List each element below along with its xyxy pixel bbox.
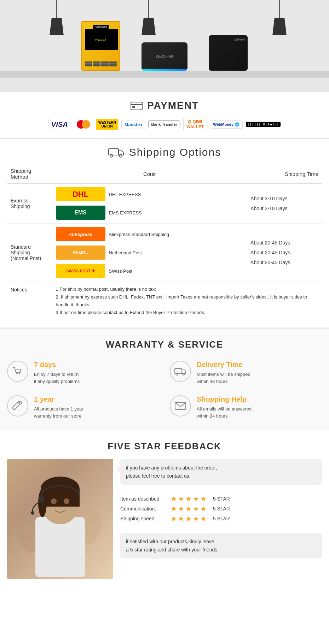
ems-logo: EMS xyxy=(56,206,105,220)
rating-described-badge: 5 STAR xyxy=(213,496,230,502)
ratings-container: Item as described: ★ ★ ★ ★ ★ 5 STAR Comm… xyxy=(120,490,322,527)
customer-photo xyxy=(7,459,113,579)
notices-row: Notices 1,For ship by normal post, usual… xyxy=(7,282,322,320)
warranty-shoppinghelp-title: Shopping Help xyxy=(197,395,252,403)
payment-westernunion: WESTERNUNION xyxy=(96,119,119,130)
rating-communication-stars: ★ ★ ★ ★ ★ xyxy=(171,504,207,513)
product-image-passsat: PASSSAT xyxy=(81,21,120,71)
payment-header: PAYMENT xyxy=(7,99,322,112)
customer-silhouette xyxy=(11,461,110,577)
star-2: ★ xyxy=(178,514,184,523)
lamp-wire xyxy=(56,0,57,18)
bubble-top-text: if you have any problems about the order… xyxy=(126,465,217,478)
svg-rect-15 xyxy=(35,517,85,577)
warranty-1year-text: All products have 1 yearwarranty from ou… xyxy=(34,406,83,419)
warranty-grid: 7 days Enjoy 7 days to returnif any qual… xyxy=(7,361,322,419)
shipping-icon xyxy=(108,146,125,159)
product-passsat: PASSSAT xyxy=(81,21,120,71)
payment-mastercard xyxy=(74,119,93,130)
express-label: Express Shipping xyxy=(7,184,52,224)
star-5: ★ xyxy=(200,495,207,503)
svg-point-9 xyxy=(176,373,178,375)
warranty-delivery-content: Delivery Time Most items will be shipped… xyxy=(197,361,250,385)
svg-rect-2 xyxy=(132,106,135,108)
dhl-row: DHL DHL EXPRESS xyxy=(56,187,244,201)
payment-boleto: |||||| Boleto| xyxy=(246,122,281,127)
product-wechi: WeChi V8 xyxy=(142,42,187,71)
payment-maestro: Maestro xyxy=(121,120,145,129)
ali-logo: AliExpress xyxy=(56,227,105,241)
rating-shipping-label: Shipping speed: xyxy=(120,516,166,521)
warranty-1year: 1 year All products have 1 yearwarranty … xyxy=(7,395,159,419)
dhl-time: About 3-10 Days xyxy=(250,196,318,201)
star-3: ★ xyxy=(185,495,192,503)
rating-communication-badge: 5 STAR xyxy=(213,506,230,512)
rating-shipping: Shipping speed: ★ ★ ★ ★ ★ 5 STAR xyxy=(120,514,322,523)
star-5: ★ xyxy=(200,514,207,523)
warranty-7days-text: Enjoy 7 days to returnif any quality pro… xyxy=(34,371,80,385)
ems-time: About 3-10 Days xyxy=(250,206,318,211)
dhl-logo: DHL xyxy=(56,187,105,201)
star-1: ★ xyxy=(171,514,177,523)
product-x96mini: X96 mini xyxy=(209,35,248,71)
hero-section: PASSSAT WeChi V8 X96 xyxy=(0,0,329,92)
feedback-right: if you have any problems about the order… xyxy=(120,459,322,579)
star-3: ★ xyxy=(185,514,192,523)
star-4: ★ xyxy=(193,514,199,523)
rating-shipping-badge: 5 STAR xyxy=(213,516,230,521)
lamp-wire xyxy=(279,0,280,18)
shipping-table: Shipping Method Couir Shipping Time Expr… xyxy=(7,164,322,320)
warranty-shoppinghelp: Shopping Help All emails will be answere… xyxy=(170,395,322,419)
warranty-section: WARRANTY & SERVICE 7 days Enjoy 7 days t… xyxy=(0,329,329,430)
warranty-7days-title: 7 days xyxy=(34,361,80,369)
star-1: ★ xyxy=(171,504,177,513)
shipping-title: Shipping Options xyxy=(129,146,221,158)
warranty-delivery: Delivery Time Most items will be shipped… xyxy=(170,361,322,385)
star-2: ★ xyxy=(178,495,184,503)
rating-shipping-stars: ★ ★ ★ ★ ★ xyxy=(171,514,207,523)
svg-point-7 xyxy=(19,373,20,374)
svg-point-21 xyxy=(31,511,34,515)
shipping-section: Shipping Options Shipping Method Couir S… xyxy=(0,139,329,328)
warranty-1year-content: 1 year All products have 1 yearwarranty … xyxy=(34,395,83,419)
standard-label: Standard Shipping(Normal Post) xyxy=(7,224,52,282)
svg-point-19 xyxy=(38,489,47,517)
hero-products: PASSSAT WeChi V8 X96 xyxy=(0,21,329,71)
standard-couriers: AliExpress Aliexpress Standard Shipping … xyxy=(52,224,247,282)
ems-label: EMS EXPRESS xyxy=(109,210,142,215)
star-4: ★ xyxy=(193,504,199,513)
bubble-bottom-text: if satisfied with our products,kindly le… xyxy=(126,539,219,552)
lamp-wire xyxy=(148,0,149,18)
svg-rect-3 xyxy=(109,149,119,155)
express-times: About 3-10 Days About 3-10 Days xyxy=(247,184,322,224)
cart-icon xyxy=(7,361,28,382)
rating-described: Item as described: ★ ★ ★ ★ ★ 5 STAR xyxy=(120,495,322,503)
shipping-header: Shipping Options xyxy=(7,146,322,159)
ems-row: EMS EMS EXPRESS xyxy=(56,206,244,220)
warranty-7days-content: 7 days Enjoy 7 days to returnif any qual… xyxy=(34,361,80,385)
star-5: ★ xyxy=(200,504,207,513)
warranty-shoppinghelp-content: Shopping Help All emails will be answere… xyxy=(197,395,252,419)
truck-icon xyxy=(170,361,191,382)
swiss-row: SWISS POST ✚ SWiss Post xyxy=(56,264,244,278)
express-shipping-row: Express Shipping DHL DHL EXPRESS EMS EMS… xyxy=(7,184,322,224)
payment-webmoney: WebMoney 🌐 xyxy=(210,120,243,129)
svg-point-22 xyxy=(51,498,57,504)
svg-rect-20 xyxy=(39,496,44,502)
wrench-icon xyxy=(7,395,28,416)
payment-icon xyxy=(130,99,143,112)
payment-banktransfer: Bank Transfer xyxy=(148,120,180,128)
warranty-delivery-title: Delivery Time xyxy=(197,361,250,369)
rating-communication: Communication: ★ ★ ★ ★ ★ 5 STAR xyxy=(120,504,322,513)
notices-text: 1,For ship by normal post, usually there… xyxy=(56,285,318,317)
notices-label: Notices xyxy=(7,282,52,320)
col-courier: Couir xyxy=(52,164,247,184)
payment-section: PAYMENT VISA WESTERNUNION Maestro Bank T… xyxy=(0,92,329,138)
ali-row: AliExpress Aliexpress Standard Shipping xyxy=(56,227,244,241)
col-method: Shipping Method xyxy=(7,164,52,184)
svg-point-10 xyxy=(183,373,185,375)
star-4: ★ xyxy=(193,495,199,503)
star-3: ★ xyxy=(185,504,192,513)
star-1: ★ xyxy=(171,495,177,503)
postnl-time: About 20-45 Days xyxy=(250,250,318,255)
